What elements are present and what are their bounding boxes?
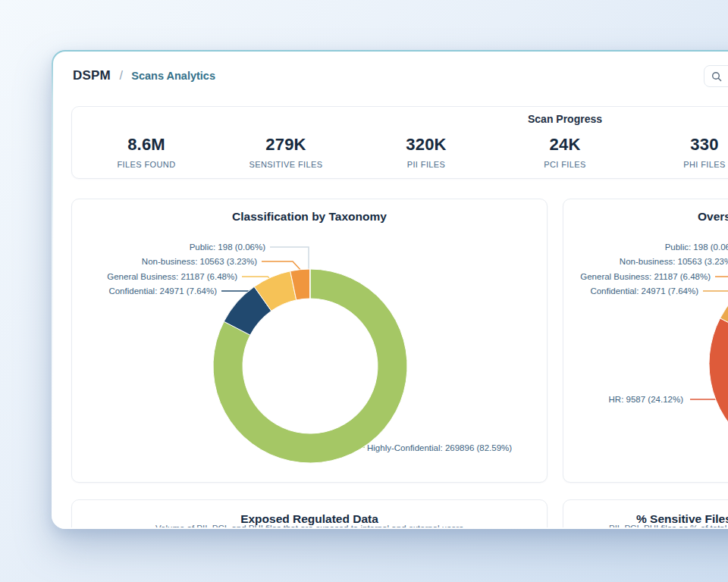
exposed-regulated-data-card: Exposed Regulated Data Volume of PII, PC… — [71, 499, 548, 527]
leader-line-confidential — [703, 291, 728, 302]
percent-sensitive-files-card: % Sensitive Files PII, PCI, PHI files as… — [563, 499, 728, 527]
stat-phi-files: 330 PHI FILES — [635, 135, 728, 169]
stat-label: SENSITIVE FILES — [216, 160, 356, 169]
stat-pci-files: 24K PCI FILES — [495, 135, 635, 169]
stat-value: 24K — [495, 135, 635, 155]
slice-label-confidential: Confidential: 24971 (7.64%) — [108, 286, 217, 296]
breadcrumb: DSPM / Scans Analytics — [73, 68, 215, 83]
stat-pii-files: 320K PII FILES — [356, 135, 496, 169]
breadcrumb-current: Scans Analytics — [131, 70, 215, 82]
slice-label-hr: HR: 9587 (24.12%) — [609, 394, 683, 405]
slice-label-general-business: General Business: 21187 (6.48%) — [107, 271, 237, 282]
app-window: DSPM / Scans Analytics Scan Progress 8.6… — [52, 50, 728, 529]
stat-value: 320K — [356, 135, 496, 155]
slice-hr — [709, 318, 728, 449]
slice-label-non-business: Non-business: 10563 (3.23%) — [142, 256, 257, 267]
search-icon — [711, 71, 722, 82]
overshared-chart-card: Overshared Public: 198 (0.06%) Non-busin… — [563, 199, 728, 483]
stat-sensitive-files: 279K SENSITIVE FILES — [216, 135, 356, 169]
slice-label-highly-confidential: Highly-Confidential: 269896 (82.59%) — [367, 443, 512, 453]
scan-progress-title: Scan Progress — [72, 113, 728, 125]
stat-label: PHI FILES — [635, 160, 728, 169]
stat-value: 8.6M — [77, 135, 216, 155]
stat-value: 330 — [635, 135, 728, 155]
stat-value: 279K — [216, 135, 356, 155]
stat-label: PCI FILES — [495, 160, 635, 169]
card-subtitle: Volume of PII, PCI, and PHI files that a… — [72, 524, 547, 527]
slice-label-confidential: Confidential: 24971 (7.64%) — [590, 286, 698, 296]
taxonomy-donut-chart[interactable] — [72, 199, 548, 483]
card-subtitle: PII, PCI, PHI files as % of total files — [609, 524, 728, 527]
stat-files-found: 8.6M FILES FOUND — [77, 135, 216, 169]
search-input[interactable] — [704, 65, 728, 87]
leader-line-public — [270, 247, 309, 269]
classification-by-taxonomy-card: Classification by Taxonomy Public: 198 (… — [71, 199, 548, 483]
stat-label: FILES FOUND — [77, 160, 216, 169]
app-window-surface: DSPM / Scans Analytics Scan Progress 8.6… — [53, 52, 728, 527]
slice-label-non-business: Non-business: 10563 (3.23%) — [620, 256, 728, 267]
breadcrumb-root[interactable]: DSPM — [73, 68, 111, 83]
slice-label-public: Public: 198 (0.06%) — [665, 242, 728, 252]
slice-label-public: Public: 198 (0.06%) — [190, 242, 265, 252]
leader-line-general-business — [715, 277, 728, 284]
stat-label: PII FILES — [356, 160, 496, 169]
breadcrumb-separator: / — [119, 69, 122, 82]
scan-progress-card: Scan Progress 8.6M FILES FOUND 279K SENS… — [71, 106, 728, 179]
slice-label-general-business: General Business: 21187 (6.48%) — [580, 271, 711, 282]
